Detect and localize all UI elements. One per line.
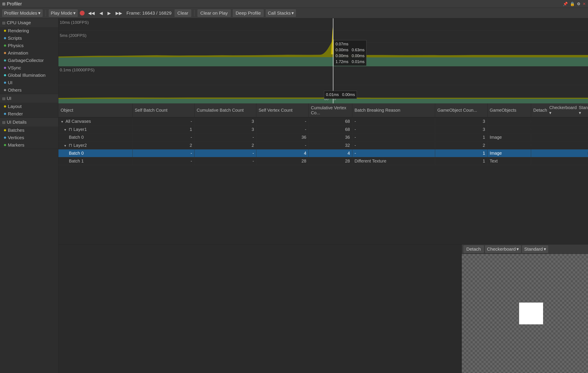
vsync-dot bbox=[4, 67, 6, 69]
sidebar-item-gc[interactable]: GarbageCollector bbox=[0, 57, 58, 64]
ui-chart-panel: 0.1ms (10000FPS) 0.01ms 0.00ms bbox=[58, 66, 588, 103]
profiler-modules-dropdown[interactable]: Profiler Modules ▾ bbox=[2, 9, 42, 17]
cpu-section-icon: ▤ bbox=[2, 21, 5, 25]
clear-button[interactable]: Clear bbox=[175, 9, 191, 17]
sidebar-item-vsync[interactable]: VSync bbox=[0, 64, 58, 72]
animation-label: Animation bbox=[8, 50, 28, 56]
others-label: Others bbox=[8, 87, 21, 93]
step-back-button[interactable]: ◀ bbox=[98, 10, 104, 16]
titlebar-title: Profiler bbox=[7, 1, 22, 7]
preview-canvas bbox=[462, 254, 588, 373]
td-cum-vertex-all: 68 bbox=[309, 117, 352, 125]
sidebar-item-rendering[interactable]: Rendering bbox=[0, 27, 58, 34]
td-batch-reason-b0l1: - bbox=[352, 134, 435, 141]
ui-chart-svg bbox=[58, 66, 588, 103]
sidebar-item-animation[interactable]: Animation bbox=[0, 49, 58, 57]
sidebar-item-vertices[interactable]: Vertices bbox=[0, 134, 58, 141]
pin-icon[interactable]: 📌 bbox=[563, 1, 568, 6]
prev-frame-button[interactable]: ◀◀ bbox=[87, 10, 96, 16]
table-row-batch0-layer1[interactable]: Batch 0 - - 36 36 - 1 Image bbox=[58, 134, 588, 141]
settings-icon[interactable]: ⚙ bbox=[577, 1, 580, 6]
th-object-label: Object bbox=[61, 108, 73, 113]
td-go-count-b0l2: 1 bbox=[435, 149, 487, 157]
td-cum-vertex-b0l2: 4 bbox=[309, 149, 352, 157]
td-self-batch-all: - bbox=[133, 117, 194, 125]
table-row-batch0-layer2[interactable]: Batch 0 - - 4 4 - 1 Image bbox=[58, 149, 588, 157]
deep-profile-button[interactable]: Deep Profile bbox=[233, 9, 264, 17]
close-icon[interactable]: ✕ bbox=[583, 1, 586, 6]
td-gameobjects-b0l2: Image bbox=[487, 149, 531, 157]
td-extra-b1l2 bbox=[531, 160, 588, 162]
step-forward-button[interactable]: ▶ bbox=[106, 10, 112, 16]
table-row-batch1-layer2[interactable]: Batch 1 - - 28 28 Different Texture 1 Te… bbox=[58, 157, 588, 165]
preview-toolbar: Detach Checkerboard ▾ Standard ▾ bbox=[462, 245, 588, 254]
th-self-vertex[interactable]: Self Vertex Count bbox=[256, 103, 309, 117]
layout-label: Layout bbox=[8, 104, 21, 109]
render-dot bbox=[4, 113, 6, 115]
sidebar-section-cpu-header[interactable]: ▤ CPU Usage bbox=[0, 18, 58, 27]
physics-label: Physics bbox=[8, 43, 23, 48]
sidebar-item-batches[interactable]: Batches bbox=[0, 127, 58, 134]
td-cum-vertex-layer2: 32 bbox=[309, 142, 352, 149]
td-object-all-canvases: ▼ All Canvases bbox=[58, 117, 133, 125]
standard-dropdown[interactable]: Standard ▾ bbox=[522, 245, 548, 253]
td-extra-layer2 bbox=[531, 144, 588, 147]
vertices-label: Vertices bbox=[8, 135, 24, 140]
sidebar-section-ui-header[interactable]: ▤ UI bbox=[0, 94, 58, 103]
toolbar: Profiler Modules ▾ Play Mode ▾ ◀◀ ◀ ▶ ▶▶… bbox=[0, 8, 588, 18]
th-checker-label: Checkerboard ▾ bbox=[549, 105, 577, 115]
td-cum-vertex-b0l1: 36 bbox=[309, 134, 352, 141]
sidebar-section-ui-details: ▤ UI Details Batches Vertices Markers bbox=[0, 118, 58, 149]
cpu-section-label: CPU Usage bbox=[7, 20, 31, 25]
th-self-batch[interactable]: Self Batch Count bbox=[133, 103, 194, 117]
sidebar-item-scripts[interactable]: Scripts bbox=[0, 34, 58, 42]
ui-section-icon: ▤ bbox=[2, 96, 5, 101]
chart-label-10ms: 10ms (100FPS) bbox=[60, 20, 89, 25]
td-cum-vertex-layer1: 68 bbox=[309, 126, 352, 133]
th-detach[interactable]: Detach Checkerboard ▾ Standard ▾ bbox=[531, 103, 588, 117]
sidebar-item-others[interactable]: Others bbox=[0, 86, 58, 94]
rendering-label: Rendering bbox=[8, 28, 29, 33]
th-go-count-label: GameObject Coun... bbox=[437, 108, 477, 113]
clear-on-play-button[interactable]: Clear on Play bbox=[198, 9, 231, 17]
th-gameobjects[interactable]: GameObjects bbox=[487, 103, 531, 117]
table-row-layer1[interactable]: ▼ ⊓ Layer1 1 3 - 68 - 3 bbox=[58, 125, 588, 134]
sidebar-item-gi[interactable]: Global Illumination bbox=[0, 72, 58, 79]
sidebar-item-markers[interactable]: Markers bbox=[0, 141, 58, 149]
th-cum-batch[interactable]: Cumulative Batch Count bbox=[194, 103, 256, 117]
checkerboard-dropdown[interactable]: Checkerboard ▾ bbox=[485, 245, 521, 253]
scripts-label: Scripts bbox=[8, 36, 22, 41]
td-self-vertex-b0l2: 4 bbox=[256, 149, 309, 157]
vertices-dot bbox=[4, 137, 6, 139]
dropdown-arrow: ▾ bbox=[38, 11, 41, 16]
gc-dot bbox=[4, 59, 6, 62]
cpu-chart-canvas[interactable]: 0.07ms 0.00ms 0.63ms 0.00ms 0.00ms 1.72m… bbox=[58, 18, 588, 66]
play-mode-dropdown[interactable]: Play Mode ▾ bbox=[49, 9, 78, 17]
ui-chart-canvas[interactable]: 0.01ms 0.00ms 68 3 bbox=[58, 66, 588, 103]
record-button[interactable] bbox=[80, 11, 84, 15]
sidebar-item-render[interactable]: Render bbox=[0, 110, 58, 117]
sidebar-section-ui-details-header[interactable]: ▤ UI Details bbox=[0, 118, 58, 127]
table-row-layer2[interactable]: ▼ ⊓ Layer2 2 2 - 32 - 2 bbox=[58, 141, 588, 149]
td-batch-reason-all: - bbox=[352, 117, 435, 125]
th-batch-reason-label: Batch Breaking Reason bbox=[355, 108, 400, 113]
sidebar-item-ui[interactable]: UI bbox=[0, 79, 58, 86]
th-cum-batch-label: Cumulative Batch Count bbox=[197, 108, 244, 113]
th-object[interactable]: Object bbox=[58, 103, 133, 117]
detach-button[interactable]: Detach bbox=[463, 245, 484, 253]
table-row-all-canvases[interactable]: ▼ All Canvases - 3 - 68 - 3 bbox=[58, 117, 588, 125]
sidebar-item-layout[interactable]: Layout bbox=[0, 103, 58, 110]
th-go-count[interactable]: GameObject Coun... bbox=[435, 103, 487, 117]
th-cum-vertex[interactable]: Cumulative Vertex Co... bbox=[309, 103, 352, 117]
call-stacks-dropdown[interactable]: Call Stacks ▾ bbox=[266, 9, 296, 17]
checker-arrow: ▾ bbox=[516, 246, 519, 252]
th-cum-vertex-label: Cumulative Vertex Co... bbox=[311, 105, 350, 115]
td-object-batch0-l2: Batch 0 bbox=[58, 149, 133, 157]
sidebar-item-physics[interactable]: Physics bbox=[0, 42, 58, 49]
lock-icon[interactable]: 🔒 bbox=[570, 1, 575, 6]
render-label: Render bbox=[8, 111, 23, 117]
td-gameobjects-b1l2: Text bbox=[487, 157, 531, 165]
td-self-batch-layer2: 2 bbox=[133, 142, 194, 149]
th-batch-reason[interactable]: Batch Breaking Reason bbox=[352, 103, 435, 117]
next-frame-button[interactable]: ▶▶ bbox=[114, 10, 123, 16]
